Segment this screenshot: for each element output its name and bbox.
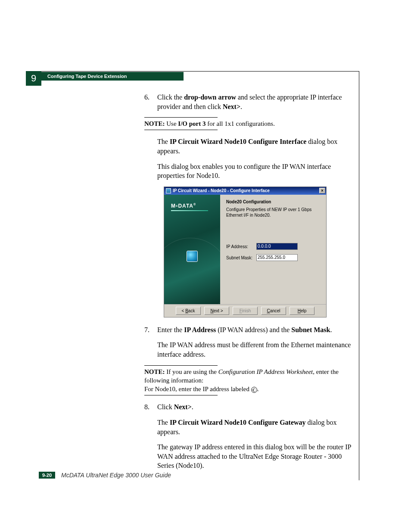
dialog-title: IP Circuit Wizard - Node20 - Configure I…	[173, 188, 270, 194]
back-button[interactable]: < Back	[176, 307, 201, 315]
circled-c-icon: C	[251, 387, 257, 393]
term-io-port-3: I/O port 3	[178, 120, 206, 127]
page-number: 9-20	[39, 472, 55, 479]
dialog-heading: Node20 Configuration	[226, 199, 320, 205]
note-label: NOTE:	[144, 120, 165, 127]
page-footer: 9-20 McDATA UltraNet Edge 3000 User Guid…	[39, 472, 171, 479]
dialog-name: IP Circuit Wizard Node10 Configure Gatew…	[170, 419, 306, 426]
term-dropdown-arrow: drop-down arrow	[184, 93, 236, 101]
brand-logo: McDATA®	[164, 195, 220, 209]
text: for all 1x1 configurations.	[206, 120, 275, 127]
text: For Node10, enter the IP address labeled	[144, 386, 251, 392]
worksheet-name: Configuration IP Address Worksheet	[218, 368, 313, 375]
text: Use	[165, 120, 178, 127]
subnet-mask-input[interactable]: 255.255.255.0	[256, 254, 298, 261]
app-icon	[166, 188, 171, 193]
text: Click	[157, 403, 174, 411]
step-number: 7.	[144, 325, 156, 335]
text: .	[240, 103, 242, 110]
dialog-content: Node20 Configuration Configure Propertie…	[220, 195, 326, 304]
wizard-icon	[187, 251, 198, 262]
cancel-button[interactable]: Cancel	[261, 307, 286, 315]
ip-address-label: IP Address:	[226, 244, 256, 250]
text: .	[330, 326, 332, 333]
brand-c: c	[176, 204, 178, 208]
guide-title: McDATA UltraNet Edge 3000 User Guide	[61, 472, 171, 479]
paragraph: The gateway IP address entered in this d…	[157, 442, 353, 470]
text: If you are using the	[165, 368, 218, 375]
text: The	[157, 138, 170, 145]
term-subnet-mask: Subnet Mask	[291, 326, 330, 333]
note-rule	[144, 365, 218, 366]
step-7: 7. Enter the IP Address (IP WAN address)…	[144, 325, 353, 335]
text: Enter the	[157, 326, 184, 333]
note-block-2: NOTE: If you are using the Configuration…	[144, 365, 353, 396]
paragraph: This dialog box enables you to configure…	[157, 162, 353, 180]
dialog-footer: < Back Next > Finish Cancel Help	[164, 304, 326, 317]
section-title: Configuring Tape Device Extension	[41, 72, 184, 81]
body-content: 6. Click the drop-down arrow and select …	[144, 93, 353, 476]
text: The	[157, 419, 170, 426]
note-rule	[144, 130, 218, 130]
text: Click the	[157, 93, 184, 101]
term-ip-address: IP Address	[184, 326, 216, 333]
term-next: Next>	[223, 103, 240, 110]
paragraph: The IP WAN address must be different fro…	[157, 340, 353, 359]
note-block-1: NOTE: Use I/O port 3 for all 1x1 configu…	[144, 117, 353, 130]
subnet-mask-label: Subnet Mask:	[226, 255, 256, 261]
ip-address-input[interactable]: 0.0.0.0	[256, 243, 298, 250]
step-number: 8.	[144, 402, 156, 412]
dialog-sidebar: McDATA®	[164, 195, 220, 304]
note-label: NOTE:	[144, 368, 165, 375]
chapter-number-tab: 9	[26, 71, 41, 87]
dialog-screenshot: IP Circuit Wizard - Node20 - Configure I…	[164, 187, 327, 317]
note-rule	[144, 395, 218, 395]
text: (IP WAN address) and the	[216, 326, 291, 333]
text: .	[257, 386, 259, 392]
step-8: 8. Click Next>.	[144, 402, 353, 412]
dialog-description: Configure Properties of NEW IP over 1 Gb…	[226, 207, 320, 218]
finish-button[interactable]: Finish	[233, 307, 258, 315]
note-rule	[144, 117, 218, 118]
dialog-name: IP Circuit Wizard Node10 Configure Inter…	[170, 138, 306, 145]
close-icon[interactable]: ×	[319, 188, 325, 193]
step-number: 6.	[144, 93, 156, 102]
help-button[interactable]: Help	[290, 307, 314, 315]
text: .	[192, 403, 193, 411]
brand-underline	[171, 210, 208, 211]
term-next: Next>	[174, 403, 192, 411]
paragraph: The IP Circuit Wizard Node10 Configure I…	[157, 137, 353, 156]
step-6: 6. Click the drop-down arrow and select …	[144, 93, 353, 111]
next-button[interactable]: Next >	[204, 307, 229, 315]
dialog-titlebar: IP Circuit Wizard - Node20 - Configure I…	[164, 187, 326, 195]
paragraph: The IP Circuit Wizard Node10 Configure G…	[157, 418, 353, 436]
